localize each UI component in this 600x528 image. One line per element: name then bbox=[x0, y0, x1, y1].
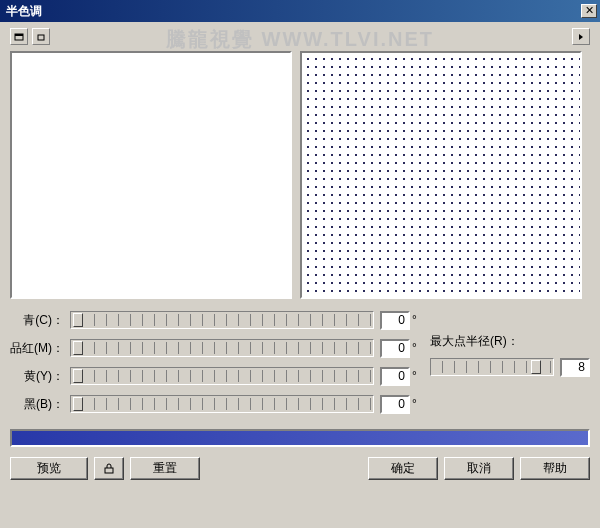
slider-ticks bbox=[71, 342, 373, 354]
cyan-label: 青(C)： bbox=[10, 312, 70, 329]
radius-thumb[interactable] bbox=[531, 360, 541, 374]
svg-rect-1 bbox=[15, 34, 23, 36]
magenta-unit: ° bbox=[410, 341, 420, 355]
magenta-slider[interactable] bbox=[70, 339, 374, 357]
cyan-unit: ° bbox=[410, 313, 420, 327]
window-mode-2-button[interactable] bbox=[32, 28, 50, 45]
before-preview[interactable] bbox=[10, 51, 292, 299]
button-row: 预览 重置 确定 取消 帮助 bbox=[10, 457, 590, 480]
cyan-slider[interactable] bbox=[70, 311, 374, 329]
dialog-content: 青(C)： ° 品红(M)： ° 黄(Y)： bbox=[0, 22, 600, 486]
cyan-thumb[interactable] bbox=[73, 313, 83, 327]
yellow-value[interactable] bbox=[380, 367, 410, 386]
help-button[interactable]: 帮助 bbox=[520, 457, 590, 480]
preview-row bbox=[10, 51, 590, 299]
magenta-row: 品红(M)： ° bbox=[10, 335, 420, 361]
controls-area: 青(C)： ° 品红(M)： ° 黄(Y)： bbox=[10, 307, 590, 419]
magenta-thumb[interactable] bbox=[73, 341, 83, 355]
yellow-thumb[interactable] bbox=[73, 369, 83, 383]
radius-slider[interactable] bbox=[430, 358, 554, 376]
black-value[interactable] bbox=[380, 395, 410, 414]
slider-ticks bbox=[71, 314, 373, 326]
close-button[interactable]: ✕ bbox=[581, 4, 597, 18]
dual-window-icon bbox=[36, 33, 46, 41]
black-unit: ° bbox=[410, 397, 420, 411]
arrow-right-icon bbox=[578, 33, 584, 41]
magenta-label: 品红(M)： bbox=[10, 340, 70, 357]
magenta-value[interactable] bbox=[380, 339, 410, 358]
cancel-button[interactable]: 取消 bbox=[444, 457, 514, 480]
black-label: 黑(B)： bbox=[10, 396, 70, 413]
cyan-row: 青(C)： ° bbox=[10, 307, 420, 333]
angle-sliders: 青(C)： ° 品红(M)： ° 黄(Y)： bbox=[10, 307, 420, 419]
after-preview[interactable] bbox=[300, 51, 582, 299]
radius-section: 最大点半径(R)： bbox=[430, 307, 590, 419]
yellow-row: 黄(Y)： ° bbox=[10, 363, 420, 389]
flyout-button[interactable] bbox=[572, 28, 590, 45]
progress-bar bbox=[10, 429, 590, 447]
slider-ticks bbox=[71, 370, 373, 382]
preview-button[interactable]: 预览 bbox=[10, 457, 88, 480]
max-radius-label: 最大点半径(R)： bbox=[430, 333, 590, 350]
radius-value[interactable] bbox=[560, 358, 590, 377]
single-window-icon bbox=[14, 33, 24, 41]
slider-ticks bbox=[71, 398, 373, 410]
black-row: 黑(B)： ° bbox=[10, 391, 420, 417]
window-mode-1-button[interactable] bbox=[10, 28, 28, 45]
reset-button[interactable]: 重置 bbox=[130, 457, 200, 480]
svg-rect-4 bbox=[105, 468, 113, 473]
lock-icon bbox=[104, 463, 114, 474]
svg-marker-3 bbox=[579, 34, 583, 40]
yellow-unit: ° bbox=[410, 369, 420, 383]
toolbar bbox=[10, 28, 590, 45]
black-thumb[interactable] bbox=[73, 397, 83, 411]
yellow-label: 黄(Y)： bbox=[10, 368, 70, 385]
svg-rect-2 bbox=[38, 35, 44, 40]
titlebar: 半色调 ✕ bbox=[0, 0, 600, 22]
window-title: 半色调 bbox=[6, 3, 581, 20]
cyan-value[interactable] bbox=[380, 311, 410, 330]
black-slider[interactable] bbox=[70, 395, 374, 413]
radius-row bbox=[430, 354, 590, 380]
yellow-slider[interactable] bbox=[70, 367, 374, 385]
ok-button[interactable]: 确定 bbox=[368, 457, 438, 480]
lock-button[interactable] bbox=[94, 457, 124, 480]
